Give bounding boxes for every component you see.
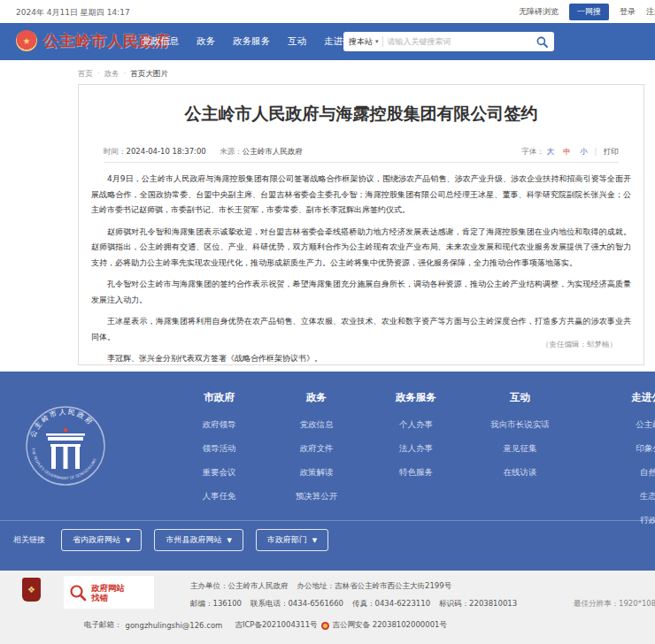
breadcrumb-separator: · <box>124 69 127 78</box>
nav-item-party-info[interactable]: 党政信息 <box>142 35 179 48</box>
police-number[interactable]: 吉公网安备 22038102000001号 <box>333 620 447 631</box>
font-size-medium-button[interactable]: 中 <box>563 147 571 156</box>
content-area: 首页·政务·首页大图片 公主岭市人民政府与海露控股集团有限公司签约 时间：202… <box>0 60 655 372</box>
search-divider <box>382 36 383 47</box>
fax-value: 0434-6223110 <box>375 599 431 608</box>
one-net-search-button[interactable]: 一网搜 <box>569 4 609 20</box>
article-source: 公主岭市人民政府 <box>243 147 303 156</box>
article-paragraph: 李冠辉、张兴金分别代表双方签署《战略合作框架协议书》。 <box>91 351 631 367</box>
article-body: 4月9日，公主岭市人民政府与海露控股集团有限公司签署战略合作框架协议，围绕涉农产… <box>91 172 631 367</box>
register-link[interactable]: 注册 <box>646 6 655 18</box>
search-icon[interactable] <box>535 34 549 49</box>
footer-link-budget-disclosure[interactable]: 预决算公开 <box>279 491 354 502</box>
time-label: 时间： <box>104 147 127 156</box>
footer-column-city-gov: 市政府 政府领导 领导活动 重要会议 人事任免 <box>177 391 261 515</box>
dropdown-provincial-gov-sites[interactable]: 省内政府网站▼ <box>61 529 142 551</box>
phone-value: 0434-6561660 <box>288 599 343 608</box>
breadcrumb: 首页·政务·首页大图片 <box>78 69 168 80</box>
footer-link-party-info[interactable]: 党政信息 <box>279 419 354 431</box>
zip-label: 邮编： <box>190 599 213 608</box>
footer-link-personal-affairs[interactable]: 个人办事 <box>372 419 460 431</box>
font-size-large-button[interactable]: 大 <box>546 147 554 156</box>
related-links-label: 相关链接 <box>13 534 45 546</box>
footer-link-important-meetings[interactable]: 重要会议 <box>177 467 261 479</box>
nav-item-interaction[interactable]: 互动 <box>288 35 306 48</box>
dropdown-gov-departments[interactable]: 市政府部门▼ <box>256 529 328 551</box>
font-size-small-button[interactable]: 小 <box>580 147 588 156</box>
footer-link-speak-to-mayor[interactable]: 我向市长说实话 <box>469 419 571 431</box>
footer-column-title: 政务服务 <box>372 391 460 404</box>
national-emblem-icon: ★ <box>16 30 37 51</box>
breadcrumb-government[interactable]: 政务 <box>104 69 119 78</box>
address-value: 吉林省公主岭市西公主大街2199号 <box>335 581 451 590</box>
related-links-row: 相关链接 省内政府网站▼ 市州县政府网站▼ 市政府部门▼ <box>13 529 328 551</box>
footer-link-city-overview[interactable]: 公主岭概况 <box>604 419 655 431</box>
search-input[interactable] <box>388 37 535 46</box>
best-resolution-note: 最佳分辨率：1920*1080 <box>574 599 655 610</box>
chevron-down-icon: ▼ <box>227 537 231 544</box>
topbar-links: 无障碍浏览 一网搜 登录 注册 中国政府网 <box>519 4 655 20</box>
bottom-info-bar: ❖ 政府网站 找错 主办单位：公主岭市人民政府办公地址：吉林省公主岭市西公主大街… <box>0 571 655 644</box>
email-label: 电子邮箱： <box>84 620 122 631</box>
article-meta: 时间：2024-04-10 18:37:00 来源：公主岭市人民政府 字体： 大… <box>104 145 619 163</box>
contact-line: 邮编：136100联系电话：0434-6561660传真：0434-622311… <box>190 599 517 610</box>
footer-column-about-city: 走进公主岭 公主岭概况 印象公主岭 自然地理 生态环境 行政区划 <box>604 391 655 539</box>
address-label: 办公地址： <box>297 581 335 590</box>
footer-link-ecology[interactable]: 生态环境 <box>604 491 655 502</box>
footer-divider <box>0 520 655 521</box>
code-label: 标识码： <box>439 599 469 608</box>
badge-text-line2: 找错 <box>91 593 125 602</box>
publish-time: 2024-04-10 18:37:00 <box>127 147 206 156</box>
email-value: gongzhulingshi@126.com <box>126 621 223 630</box>
current-datetime: 2024年 4月11日 星期四 14:17 <box>16 7 130 19</box>
phone-label: 联系电话： <box>250 599 289 608</box>
breadcrumb-home[interactable]: 首页 <box>78 69 93 78</box>
footer-link-city-impression[interactable]: 印象公主岭 <box>604 443 655 455</box>
zip-value: 136100 <box>213 599 242 608</box>
footer-link-legal-entity-affairs[interactable]: 法人办事 <box>372 443 460 455</box>
host-label: 主办单位： <box>190 581 228 590</box>
error-report-magnifier-icon <box>69 584 87 602</box>
accessibility-link[interactable]: 无障碍浏览 <box>519 6 559 18</box>
top-utility-bar: 2024年 4月11日 星期四 14:17 无障碍浏览 一网搜 登录 注册 中国… <box>0 0 655 23</box>
footer-link-gov-documents[interactable]: 政府文件 <box>279 443 354 455</box>
footer-column-interaction: 互动 我向市长说实话 意见征集 在线访谈 <box>469 391 571 491</box>
breadcrumb-separator: · <box>97 69 100 78</box>
article-box: 公主岭市人民政府与海露控股集团有限公司签约 时间：2024-04-10 18:3… <box>78 84 644 365</box>
chevron-down-icon: ▼ <box>312 537 317 544</box>
footer-link-policy-interpretation[interactable]: 政策解读 <box>279 467 354 479</box>
article-meta-left: 时间：2024-04-10 18:37:00 来源：公主岭市人民政府 <box>104 147 303 157</box>
footer-link-natural-geography[interactable]: 自然地理 <box>604 467 655 479</box>
fax-label: 传真： <box>352 599 375 608</box>
footer-column-title: 走进公主岭 <box>604 391 655 404</box>
search-scope-select[interactable]: 搜本站 <box>349 36 373 48</box>
police-badge-icon <box>321 622 329 630</box>
host-address-line: 主办单位：公主岭市人民政府办公地址：吉林省公主岭市西公主大街2199号 <box>190 581 451 592</box>
main-nav: 党政信息 政务 政务服务 互动 走进公主岭 <box>142 23 371 60</box>
article-meta-right: 字体： 大 中 小 | 打印 <box>521 147 619 157</box>
footer-link-gov-leaders[interactable]: 政府领导 <box>177 419 261 431</box>
chevron-down-icon: ▼ <box>126 537 130 544</box>
login-link[interactable]: 登录 <box>620 6 636 18</box>
editor-note: （责任编辑：邹梦楠） <box>542 340 617 350</box>
print-button[interactable]: 打印 <box>604 147 619 156</box>
chevron-down-icon: ▾ <box>375 38 379 45</box>
footer-column-title: 互动 <box>469 391 571 404</box>
footer-link-leader-activities[interactable]: 领导活动 <box>177 443 261 455</box>
footer-column-title: 政务 <box>279 391 354 404</box>
dropdown-city-county-gov-sites[interactable]: 市州县政府网站▼ <box>154 529 243 551</box>
host-value: 公主岭市人民政府 <box>228 581 289 590</box>
site-footer: 公主岭市人民政府 THE PEOPLE'S GOVERNMENT OF GONG… <box>0 372 655 571</box>
footer-link-special-services[interactable]: 特色服务 <box>372 467 460 479</box>
article-paragraph: 4月9日，公主岭市人民政府与海露控股集团有限公司签署战略合作框架协议，围绕涉农产… <box>91 172 631 218</box>
footer-government-seal: 公主岭市人民政府 THE PEOPLE'S GOVERNMENT OF GONG… <box>21 391 110 510</box>
footer-link-opinion-collection[interactable]: 意见征集 <box>469 443 571 455</box>
nav-item-services[interactable]: 政务服务 <box>233 35 270 48</box>
footer-column-title: 市政府 <box>177 391 261 404</box>
icp-number[interactable]: 吉ICP备2021004311号 <box>235 620 317 631</box>
footer-link-online-interview[interactable]: 在线访谈 <box>469 467 571 479</box>
site-error-report-badge[interactable]: 政府网站 找错 <box>64 576 154 609</box>
nav-item-government[interactable]: 政务 <box>196 35 215 48</box>
footer-link-personnel[interactable]: 人事任免 <box>177 491 261 502</box>
font-size-label: 字体： <box>521 147 544 156</box>
